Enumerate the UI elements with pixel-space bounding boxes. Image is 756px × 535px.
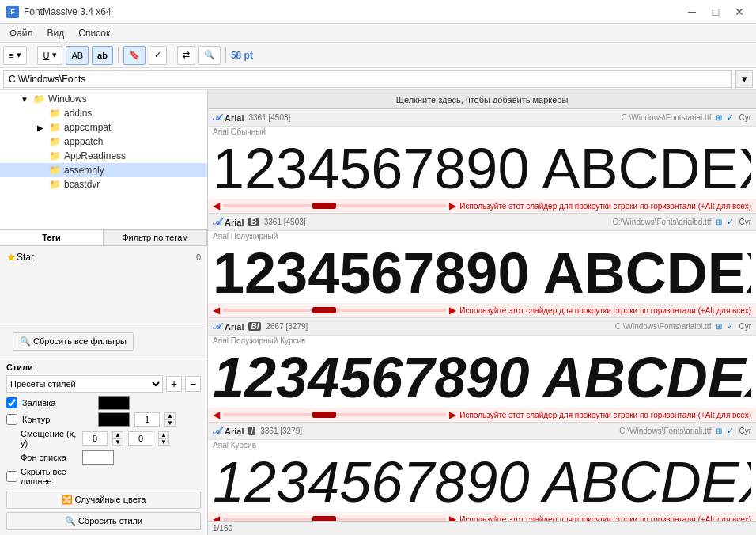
scroll-hint-4[interactable]: ◀ ▶ Используйте этот слайдер для прокрут… [208, 512, 756, 521]
dropdown-arrow-2: ▾ [52, 50, 57, 60]
tree-label-bcastdvr: bcastdvr [64, 179, 100, 190]
tree-toggle-appcompat[interactable]: ▶ [35, 122, 46, 133]
scroll-hint-text-2: Используйте этот слайдер для прокрутки с… [459, 306, 751, 315]
styles-preset-select[interactable]: Пресеты стилей [6, 375, 163, 393]
hint-bar[interactable]: Щелкните здесь, чтобы добавить маркеры [208, 90, 756, 109]
tab-tags[interactable]: Теги [0, 230, 104, 245]
bg-label: Фон списка [6, 453, 77, 462]
offset-y-input[interactable] [128, 431, 153, 446]
tab-filter-by-tags[interactable]: Фильтр по тегам [104, 230, 207, 245]
font-name: Arial [225, 113, 244, 123]
reset-styles-button[interactable]: 🔍 Сбросить стили [6, 512, 201, 530]
tree-item-bcastdvr[interactable]: ▶ 📁 bcastdvr [0, 177, 207, 192]
offset-y-down[interactable]: ▼ [158, 438, 169, 446]
checkmark-button[interactable]: ✓ [149, 46, 167, 65]
font-brand-icon-2: 𝒜 [213, 217, 220, 227]
font-list[interactable]: 𝒜 Arial 3361 [4503] C:\Windows\Fonts\ari… [208, 109, 756, 521]
bg-row: Фон списка [6, 450, 201, 465]
scroll-hint-2[interactable]: ◀ ▶ Используйте этот слайдер для прокрут… [208, 303, 756, 317]
scroll-hint-3[interactable]: ◀ ▶ Используйте этот слайдер для прокрут… [208, 408, 756, 422]
menubar: Файл Вид Список [0, 24, 756, 43]
ab-bold-button[interactable]: ab [92, 46, 113, 65]
styles-add-button[interactable]: + [166, 376, 182, 392]
close-button[interactable]: ✕ [729, 4, 750, 20]
tree-item-addins[interactable]: ▶ 📁 addins [0, 106, 207, 120]
fill-checkbox[interactable] [6, 397, 17, 408]
tree-label: Windows [48, 93, 87, 104]
stroke-checkbox[interactable] [6, 414, 17, 425]
scroll-slider-2[interactable] [223, 309, 446, 312]
offset-x-down[interactable]: ▼ [112, 438, 123, 446]
pathbar: ▾ [0, 68, 756, 90]
fill-color-swatch[interactable] [98, 396, 130, 410]
tree-label-assembly: assembly [64, 165, 104, 176]
tags-section: Теги Фильтр по тегам ★ Star 0 [0, 230, 207, 324]
underline-dropdown[interactable]: U ▾ [37, 46, 62, 65]
zoom-button[interactable]: 🔍 [198, 46, 221, 65]
menu-view[interactable]: Вид [41, 26, 71, 40]
tree-label-apppatch: apppatch [64, 136, 103, 147]
right-arrow-icon-3: ▶ [449, 409, 456, 420]
tree-item-appcompat[interactable]: ▶ 📁 appcompat [0, 120, 207, 135]
tree-item-appreadiness[interactable]: ▶ 📁 AppReadiness [0, 149, 207, 163]
toolbar-sep-1 [32, 47, 32, 63]
offset-y-up[interactable]: ▲ [158, 431, 169, 438]
maximize-button[interactable]: □ [705, 4, 726, 20]
tree-label-addins: addins [64, 108, 92, 119]
font-brand-icon: 𝒜 [213, 112, 220, 123]
left-arrow-icon-2: ◀ [213, 305, 220, 316]
check-icon: ✓ [727, 112, 734, 123]
font-brand-icon-3: 𝒜 [213, 321, 220, 332]
menu-list[interactable]: Список [72, 26, 116, 40]
font-subname-4: Arial Курсив [208, 440, 756, 450]
tag-name-star: Star [17, 252, 196, 263]
font-preview-arial-italic: 1234567890 ABCDEXYZ abc [208, 450, 756, 512]
tree-item-assembly[interactable]: ▶ 📁 assembly [0, 163, 207, 177]
font-subname: Arial Обычный [208, 127, 756, 137]
styles-section: Стили Пресеты стилей + − Заливка Контур [0, 359, 207, 535]
bg-color-swatch[interactable] [82, 450, 114, 465]
folder-icon-assembly: 📁 [49, 165, 61, 176]
offset-x-input[interactable] [82, 431, 108, 446]
right-arrow-icon-2: ▶ [449, 305, 456, 316]
hide-checkbox[interactable] [6, 471, 17, 482]
stroke-color-swatch[interactable] [98, 412, 130, 427]
styles-remove-button[interactable]: − [185, 376, 201, 392]
stroke-width-input[interactable] [134, 412, 160, 427]
path-dropdown-button[interactable]: ▾ [735, 70, 753, 88]
stroke-row: Контур ▲ ▼ [6, 412, 201, 427]
titlebar: F FontMassive 3.4 x64 ─ □ ✕ [0, 0, 756, 24]
tree-item-windows[interactable]: ▼ 📁 Windows [0, 92, 207, 106]
stroke-down-btn[interactable]: ▼ [164, 419, 176, 427]
styles-preset-row: Пресеты стилей + − [6, 375, 201, 393]
font-entry-arial-bolditalic: 𝒜 Arial BI 2667 [3279] C:\Windows\Fonts\… [208, 318, 756, 423]
font-subname-3: Arial Полужирный Курсив [208, 336, 756, 346]
tree-item-apppatch[interactable]: ▶ 📁 apppatch [0, 135, 207, 149]
font-preview-arial-normal: 1234567890 ABCDEXYZ abc [208, 137, 756, 199]
toolbar-sep-3 [172, 47, 172, 63]
scroll-slider-1[interactable] [223, 204, 446, 207]
tree-toggle-windows[interactable]: ▼ [19, 93, 30, 104]
tags-content: ★ Star 0 [0, 246, 207, 324]
layout-dropdown[interactable]: ≡ ▾ [3, 46, 27, 65]
path-input[interactable] [3, 70, 732, 88]
reset-filters-button[interactable]: 🔍 Сбросить все фильтры [13, 332, 134, 351]
scroll-slider-4[interactable] [223, 518, 446, 521]
minimize-button[interactable]: ─ [682, 4, 702, 20]
stroke-up-btn[interactable]: ▲ [164, 412, 176, 419]
offset-x-up[interactable]: ▲ [112, 431, 123, 438]
bookmark-button[interactable]: 🔖 [123, 46, 146, 65]
font-size-display: 58 pt [231, 50, 253, 61]
scroll-hint-1[interactable]: ◀ ▶ Используйте этот слайдер для прокрут… [208, 199, 756, 213]
os-icon: ⊞ [716, 113, 722, 122]
font-lang: Cyr [739, 113, 751, 122]
text-direction-button[interactable]: ⇄ [177, 46, 195, 65]
file-tree[interactable]: ▼ 📁 Windows ▶ 📁 addins ▶ 📁 appcompat [0, 90, 207, 230]
menu-file[interactable]: Файл [3, 26, 40, 40]
font-weight-badge-i: I [248, 427, 255, 435]
right-arrow-icon: ▶ [449, 200, 456, 211]
scroll-slider-3[interactable] [223, 413, 446, 416]
ab-button[interactable]: AB [66, 46, 89, 65]
random-colors-button[interactable]: 🔀 Случайные цвета [6, 491, 201, 509]
font-preview-text-2: 1234567890 ABCDEXYZ abc [213, 245, 751, 302]
